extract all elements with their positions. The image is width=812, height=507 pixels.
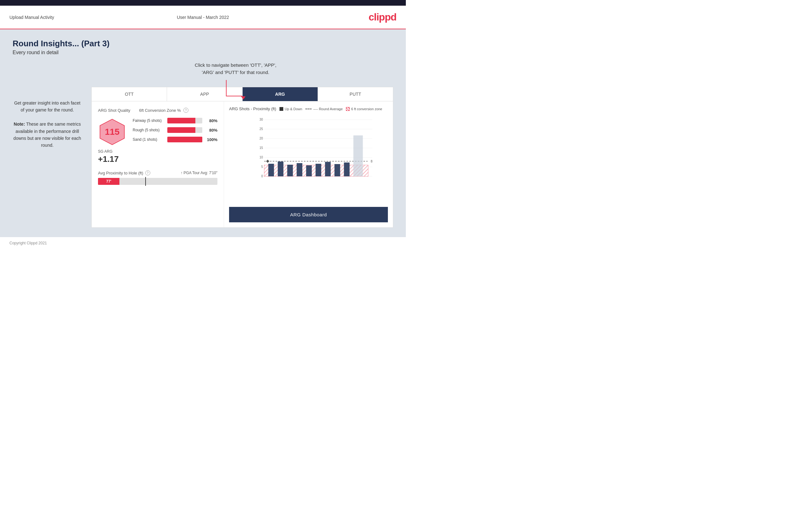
svg-text:5: 5 [261, 165, 263, 168]
proximity-value: 77' [106, 179, 111, 184]
svg-rect-23 [278, 162, 284, 176]
sand-bar-fill [167, 137, 202, 142]
svg-rect-27 [316, 164, 321, 176]
proximity-section: Avg Proximity to Hole (ft) ? ↑ PGA Tour … [98, 170, 217, 185]
header: Upload Manual Activity User Manual - Mar… [0, 6, 406, 29]
chart-area: 30 25 20 15 10 5 0 [229, 115, 388, 204]
copyright: Copyright Clippd 2021 [9, 241, 47, 245]
main-content: Round Insights... (Part 3) Every round i… [0, 29, 406, 237]
rough-label: Rough (5 shots) [133, 128, 164, 132]
legend-round-avg-label: ---- Round Average [313, 107, 343, 111]
left-panel-text: Get greater insight into each facet of y… [13, 100, 82, 149]
rough-bar-fill [167, 127, 195, 133]
hex-container: 115 Fairway (5 shots) 80% R [98, 118, 217, 146]
chart-title: ARG Shots - Proximity (ft) [229, 106, 276, 111]
svg-rect-25 [297, 163, 303, 176]
sand-bar [167, 137, 202, 142]
svg-text:0: 0 [261, 174, 263, 178]
svg-text:15: 15 [259, 146, 263, 150]
logo: clippd [369, 11, 396, 23]
note-label: Note: [14, 122, 25, 127]
proximity-title: Avg Proximity to Hole (ft) ? [98, 170, 150, 175]
svg-marker-17 [266, 160, 269, 163]
rough-bar [167, 127, 202, 133]
panel-body: ARG Shot Quality 6ft Conversion Zone % ?… [92, 101, 393, 227]
sg-value: +1.17 [98, 154, 217, 164]
proximity-help-icon[interactable]: ? [145, 170, 150, 175]
dashboard-panel: OTT APP ARG PUTT ARG Shot Quality 6ft Co… [91, 87, 393, 228]
tab-putt[interactable]: PUTT [318, 87, 393, 101]
nav-hint: Click to navigate between 'OTT', 'APP', … [195, 62, 276, 100]
footer: Copyright Clippd 2021 [0, 237, 406, 249]
svg-rect-24 [287, 165, 293, 176]
svg-text:20: 20 [259, 137, 263, 140]
legend-square-icon [280, 107, 283, 111]
pga-avg: ↑ PGA Tour Avg: 7'10" [181, 171, 217, 175]
shot-row-rough: Rough (5 shots) 80% [133, 127, 217, 133]
fairway-bar-fill [167, 118, 195, 123]
conversion-label: 6ft Conversion Zone % [139, 108, 181, 113]
legend-updown: Up & Down [280, 107, 303, 111]
sg-section: SG ARG +1.17 [98, 149, 217, 164]
svg-text:8: 8 [371, 160, 373, 163]
sand-label: Sand (1 shots) [133, 137, 164, 142]
proximity-header: Avg Proximity to Hole (ft) ? ↑ PGA Tour … [98, 170, 217, 175]
nav-hint-line1: Click to navigate between 'OTT', 'APP', [195, 62, 276, 69]
svg-rect-22 [268, 164, 274, 176]
upload-label: Upload Manual Activity [9, 15, 54, 20]
fairway-label: Fairway (5 shots) [133, 118, 164, 123]
chart-header: ARG Shots - Proximity (ft) Up & Down ---… [229, 106, 388, 111]
svg-text:30: 30 [259, 118, 263, 121]
proximity-bar-fill: 77' [98, 178, 119, 185]
left-panel: Get greater insight into each facet of y… [13, 62, 82, 228]
svg-rect-29 [335, 164, 340, 176]
rough-pct: 80% [205, 128, 217, 132]
section-header: ARG Shot Quality 6ft Conversion Zone % ? [98, 108, 217, 113]
shot-quality-label: ARG Shot Quality [98, 108, 131, 113]
legend-conversion: 6 ft conversion zone [346, 107, 382, 111]
page-title: Round Insights... (Part 3) [13, 39, 393, 49]
svg-rect-30 [344, 163, 350, 176]
svg-rect-28 [325, 162, 331, 176]
chart-svg: 30 25 20 15 10 5 0 [240, 115, 388, 184]
content-layout: Get greater insight into each facet of y… [13, 62, 393, 228]
panel-right: ARG Shots - Proximity (ft) Up & Down ---… [224, 101, 393, 227]
doc-title: User Manual - March 2022 [177, 15, 229, 20]
legend-dashed-icon [305, 109, 312, 109]
svg-rect-21 [354, 135, 363, 176]
legend-conversion-label: 6 ft conversion zone [351, 107, 382, 111]
fairway-pct: 80% [205, 118, 217, 123]
shot-row-fairway: Fairway (5 shots) 80% [133, 118, 217, 123]
proximity-cursor [145, 177, 146, 186]
svg-text:25: 25 [259, 127, 263, 131]
shot-bars: Fairway (5 shots) 80% Rough (5 shots) [133, 118, 217, 146]
arg-dashboard-button[interactable]: ARG Dashboard [229, 207, 388, 222]
shot-row-sand: Sand (1 shots) 100% [133, 137, 217, 142]
nav-hint-arrow [195, 77, 276, 100]
hex-score: 115 [98, 118, 126, 146]
sand-pct: 100% [205, 137, 217, 142]
svg-text:10: 10 [259, 156, 263, 159]
fairway-bar [167, 118, 202, 123]
svg-rect-26 [306, 165, 312, 176]
proximity-label: Avg Proximity to Hole (ft) [98, 171, 143, 175]
proximity-bar-container: 77' [98, 178, 217, 185]
sg-label: SG ARG [98, 149, 217, 154]
legend-hatched-icon [346, 107, 350, 111]
tab-ott[interactable]: OTT [92, 87, 167, 101]
top-bar [0, 0, 406, 6]
legend-updown-label: Up & Down [285, 107, 303, 111]
page-subtitle: Every round in detail [13, 50, 393, 55]
legend-round-avg: ---- Round Average [305, 107, 343, 111]
nav-hint-line2: 'ARG' and 'PUTT' for that round. [195, 69, 276, 76]
help-icon[interactable]: ? [184, 108, 189, 113]
hex-number: 115 [105, 127, 120, 137]
panel-left: ARG Shot Quality 6ft Conversion Zone % ?… [92, 101, 224, 227]
